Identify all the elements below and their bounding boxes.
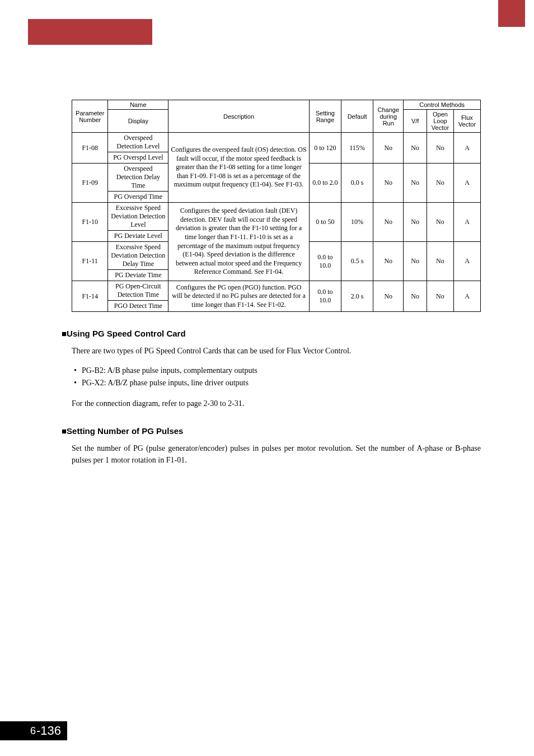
cell-display: PG Overspd Time xyxy=(108,192,168,203)
cell-default: 0.0 s xyxy=(341,164,373,203)
cell-desc: Configures the speed deviation fault (DE… xyxy=(168,203,310,281)
body-text: Set the number of PG (pulse generator/en… xyxy=(72,442,481,466)
th-methods: Control Methods xyxy=(404,100,481,110)
cell-vf: No xyxy=(404,203,427,242)
cell-setting: 0 to 50 xyxy=(309,203,341,242)
cell-param: F1-11 xyxy=(72,242,108,281)
cell-flux: A xyxy=(453,203,480,242)
cell-default: 0.5 s xyxy=(341,242,373,281)
cell-change: No xyxy=(373,242,404,281)
body-text: There are two types of PG Speed Control … xyxy=(72,345,481,357)
table-row: F1-14 PG Open-Circuit Detection Time Con… xyxy=(72,281,481,301)
cell-flux: A xyxy=(453,133,480,164)
cell-setting: 0 to 120 xyxy=(309,133,341,164)
cell-flux: A xyxy=(453,242,480,281)
page-number: 6-136 xyxy=(0,721,67,740)
cell-flux: A xyxy=(453,281,480,312)
header-red-bar xyxy=(28,19,152,45)
cell-default: 115% xyxy=(341,133,373,164)
th-olv: Open Loop Vector xyxy=(427,110,453,133)
cell-olv: No xyxy=(427,164,453,203)
cell-name: Overspeed Detection Delay Time xyxy=(108,164,168,192)
cell-change: No xyxy=(373,203,404,242)
bullet-list: PG-B2: A/B phase pulse inputs, complemen… xyxy=(72,365,481,390)
cell-vf: No xyxy=(404,133,427,164)
cell-olv: No xyxy=(427,242,453,281)
cell-change: No xyxy=(373,281,404,312)
cell-vf: No xyxy=(404,164,427,203)
cell-display: PG Overspd Level xyxy=(108,152,168,164)
list-item: PG-B2: A/B phase pulse inputs, complemen… xyxy=(72,365,481,377)
cell-param: F1-10 xyxy=(72,203,108,242)
cell-flux: A xyxy=(453,164,480,203)
cell-display: PG Deviate Time xyxy=(108,270,168,281)
th-change: Change during Run xyxy=(373,100,404,133)
th-default: Default xyxy=(341,100,373,133)
cell-change: No xyxy=(373,164,404,203)
th-flux: Flux Vector xyxy=(453,110,480,133)
parameters-table: Parameter Number Name Description Settin… xyxy=(72,100,481,312)
th-description: Description xyxy=(168,100,310,133)
th-display: Display xyxy=(108,110,168,133)
table-row: F1-10 Excessive Speed Deviation Detectio… xyxy=(72,203,481,231)
cell-desc: Configures the overspeed fault (OS) dete… xyxy=(168,133,310,203)
cell-default: 2.0 s xyxy=(341,281,373,312)
cell-param: F1-14 xyxy=(72,281,108,312)
th-param: Parameter Number xyxy=(72,100,108,133)
cell-display: PG Deviate Level xyxy=(108,231,168,242)
section-heading-pg-pulses: ■Setting Number of PG Pulses xyxy=(62,426,481,436)
cell-change: No xyxy=(373,133,404,164)
cell-vf: No xyxy=(404,281,427,312)
cell-setting: 0.0 to 2.0 xyxy=(309,164,341,203)
header-red-tab xyxy=(498,0,525,27)
cell-desc: Configures the PG open (PGO) function. P… xyxy=(168,281,310,312)
cell-default: 10% xyxy=(341,203,373,242)
section-heading-pg-card: ■Using PG Speed Control Card xyxy=(62,329,481,338)
cell-olv: No xyxy=(427,133,453,164)
cell-setting: 0.0 to 10.0 xyxy=(309,242,341,281)
th-setting: Setting Range xyxy=(309,100,341,133)
cell-olv: No xyxy=(427,203,453,242)
cell-name: Overspeed Detection Level xyxy=(108,133,168,152)
list-item: PG-X2: A/B/Z phase pulse inputs, line dr… xyxy=(72,377,481,389)
cell-display: PGO Detect Time xyxy=(108,301,168,312)
cell-name: PG Open-Circuit Detection Time xyxy=(108,281,168,301)
cell-setting: 0.0 to 10.0 xyxy=(309,281,341,312)
cell-name: Excessive Speed Deviation Detection Leve… xyxy=(108,203,168,231)
cell-param: F1-09 xyxy=(72,164,108,203)
th-vf: V/f xyxy=(404,110,427,133)
cell-param: F1-08 xyxy=(72,133,108,164)
body-text: For the connection diagram, refer to pag… xyxy=(72,398,481,409)
cell-olv: No xyxy=(427,281,453,312)
table-row: F1-08 Overspeed Detection Level Configur… xyxy=(72,133,481,152)
th-name: Name xyxy=(108,100,168,110)
cell-name: Excessive Speed Deviation Detection Dela… xyxy=(108,242,168,270)
cell-vf: No xyxy=(404,242,427,281)
